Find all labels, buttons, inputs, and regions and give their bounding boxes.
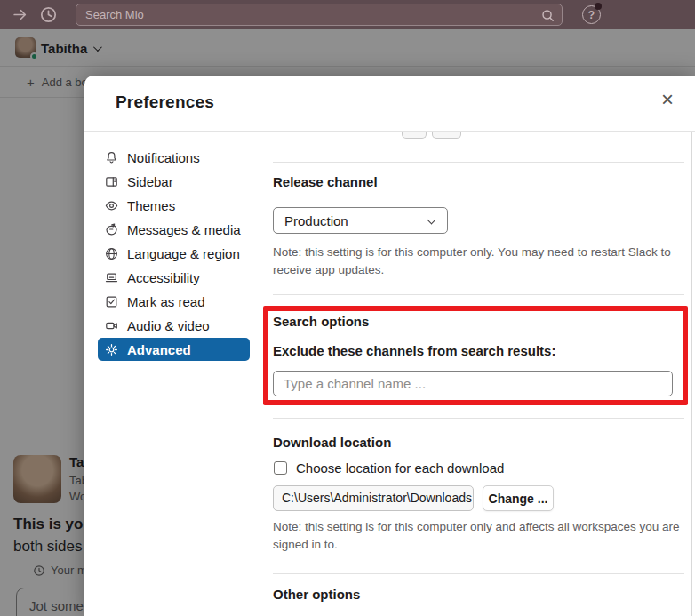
partial-kbd-pill: [432, 132, 461, 139]
sidebar-item-messages-media[interactable]: Messages & media: [98, 218, 250, 241]
sidebar-item-label: Audio & video: [127, 318, 210, 333]
modal-header: Preferences ×: [84, 76, 695, 132]
sidebar-item-label: Themes: [127, 198, 175, 213]
sidebar-item-label: Sidebar: [127, 174, 173, 189]
sidebar-item-label: Advanced: [127, 342, 191, 357]
help-badge-dot: [595, 3, 602, 10]
sidebar-item-language-region[interactable]: Language & region: [98, 242, 250, 265]
history-forward-button[interactable]: [12, 6, 28, 23]
modal-title: Preferences: [116, 92, 214, 112]
divider: [273, 573, 684, 574]
preferences-modal: Preferences × Notifications Sidebar T: [84, 76, 695, 616]
select-value: Production: [284, 213, 348, 228]
sidebar-item-sidebar[interactable]: Sidebar: [98, 170, 250, 193]
other-options-heading: Other options: [273, 587, 360, 602]
close-button[interactable]: ×: [654, 86, 681, 113]
release-channel-select[interactable]: Production: [273, 207, 448, 234]
sidebar-item-accessibility[interactable]: Accessibility: [98, 266, 250, 289]
search-input[interactable]: [76, 8, 562, 21]
divider: [273, 294, 684, 295]
close-icon: ×: [661, 87, 674, 112]
sidebar-item-audio-video[interactable]: Audio & video: [98, 314, 250, 337]
search-options-heading: Search options: [273, 314, 369, 329]
video-camera-icon: [105, 319, 118, 332]
arrow-right-icon: [12, 6, 28, 23]
clock-history-icon: [39, 5, 58, 24]
history-button[interactable]: [39, 5, 58, 24]
chevron-down-icon: [427, 216, 436, 225]
sidebar-item-label: Mark as read: [127, 294, 205, 309]
topbar-search[interactable]: [76, 4, 563, 26]
bell-icon: [105, 151, 118, 164]
change-location-button[interactable]: Change ...: [483, 485, 554, 511]
sidebar-item-label: Notifications: [127, 150, 200, 165]
screen: Tabitha + Add a bookn Tab Tab Wo This is…: [0, 0, 695, 616]
eye-icon: [105, 199, 118, 212]
divider: [273, 418, 684, 419]
search-icon: [540, 8, 555, 27]
question-mark-icon: ?: [588, 9, 595, 21]
globe-icon: [105, 247, 118, 260]
message-bubble-icon: [105, 223, 118, 236]
sidebar-item-advanced[interactable]: Advanced: [98, 338, 250, 361]
download-path-field: C:\Users\Administrator\Downloads: [273, 485, 474, 511]
sidebar-item-label: Accessibility: [127, 270, 200, 285]
modal-scrollbar[interactable]: [691, 132, 692, 616]
partial-kbd-pill: [402, 132, 427, 139]
exclude-channels-label: Exclude these channels from search resul…: [273, 343, 555, 358]
choose-location-checkbox[interactable]: [274, 461, 287, 475]
download-location-heading: Download location: [273, 435, 391, 450]
exclude-channels-input[interactable]: [273, 371, 673, 396]
app-topbar: ?: [0, 0, 695, 29]
sidebar-item-label: Messages & media: [127, 222, 241, 237]
divider: [273, 162, 684, 163]
sidebar-item-mark-as-read[interactable]: Mark as read: [98, 290, 250, 313]
download-location-note: Note: this setting is for this computer …: [273, 518, 682, 554]
choose-location-label: Choose location for each download: [296, 460, 504, 476]
sidebar-item-notifications[interactable]: Notifications: [98, 146, 250, 169]
keyboard-icon: [105, 271, 118, 284]
sidebar-item-themes[interactable]: Themes: [98, 194, 250, 217]
gear-icon: [105, 343, 118, 356]
release-channel-heading: Release channel: [273, 174, 378, 189]
check-square-icon: [105, 295, 118, 308]
sidebar-item-label: Language & region: [127, 246, 240, 261]
layout-icon: [105, 175, 118, 188]
release-channel-note: Note: this setting is for this computer …: [273, 244, 673, 279]
